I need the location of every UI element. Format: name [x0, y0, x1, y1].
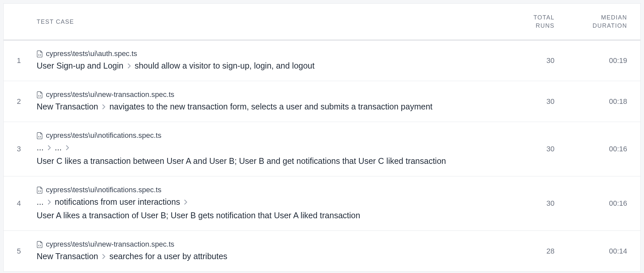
median-duration-value: 00:19	[555, 56, 627, 65]
median-duration-value: 00:16	[555, 199, 627, 208]
file-icon	[37, 132, 43, 139]
file-path-line: cypress\tests\ui\new-transaction.spec.ts	[37, 90, 495, 99]
breadcrumb: ...notifications from user interactions	[37, 196, 495, 208]
row-index: 1	[17, 56, 37, 65]
breadcrumb: ......	[37, 142, 495, 153]
breadcrumb-segment: ...	[55, 142, 62, 153]
file-path-line: cypress\tests\ui\new-transaction.spec.ts	[37, 240, 495, 249]
file-path: cypress\tests\ui\new-transaction.spec.ts	[46, 240, 174, 249]
file-path: cypress\tests\ui\new-transaction.spec.ts	[46, 90, 174, 99]
total-runs-value: 30	[495, 145, 555, 153]
median-duration-value: 00:14	[555, 247, 627, 256]
test-results-table: TEST CASE TOTAL RUNS MEDIAN DURATION 1 c…	[3, 3, 641, 272]
chevron-right-icon	[48, 145, 51, 150]
file-path-line: cypress\tests\ui\notifications.spec.ts	[37, 186, 495, 194]
file-icon	[37, 91, 43, 98]
chevron-right-icon	[48, 199, 51, 205]
chevron-right-icon	[184, 199, 187, 205]
breadcrumb: New Transactionnavigates to the new tran…	[37, 101, 495, 112]
breadcrumb-segment: should allow a visitor to sign-up, login…	[135, 60, 315, 72]
row-index: 2	[17, 97, 37, 106]
chevron-right-icon	[102, 254, 105, 259]
total-runs-value: 30	[495, 199, 555, 208]
row-content: cypress\tests\ui\new-transaction.spec.ts…	[37, 240, 495, 262]
total-runs-value: 28	[495, 247, 555, 256]
row-index: 4	[17, 199, 37, 208]
breadcrumb: User Sign-up and Loginshould allow a vis…	[37, 60, 495, 72]
row-index: 3	[17, 145, 37, 153]
file-path: cypress\tests\ui\auth.spec.ts	[46, 49, 137, 58]
breadcrumb: New Transactionsearches for a user by at…	[37, 251, 495, 262]
header-median-duration[interactable]: MEDIAN DURATION	[555, 14, 627, 30]
breadcrumb-segment: User Sign-up and Login	[37, 60, 124, 72]
breadcrumb-segment: New Transaction	[37, 101, 98, 112]
file-icon	[37, 50, 43, 57]
table-header-row: TEST CASE TOTAL RUNS MEDIAN DURATION	[4, 4, 640, 40]
breadcrumb-segment: navigates to the new transaction form, s…	[109, 101, 432, 112]
row-index: 5	[17, 247, 37, 256]
header-total-runs[interactable]: TOTAL RUNS	[495, 14, 555, 30]
row-content: cypress\tests\ui\notifications.spec.ts .…	[37, 131, 495, 167]
row-content: cypress\tests\ui\new-transaction.spec.ts…	[37, 90, 495, 112]
row-content: cypress\tests\ui\auth.spec.ts User Sign-…	[37, 49, 495, 72]
chevron-right-icon	[102, 104, 105, 109]
breadcrumb-segment: ...	[37, 196, 44, 208]
chevron-right-icon	[127, 63, 131, 69]
table-row[interactable]: 5 cypress\tests\ui\new-transaction.spec.…	[4, 231, 640, 271]
breadcrumb-segment: notifications from user interactions	[55, 196, 180, 208]
file-icon	[37, 186, 43, 194]
file-path-line: cypress\tests\ui\auth.spec.ts	[37, 49, 495, 58]
table-row[interactable]: 3 cypress\tests\ui\notifications.spec.ts…	[4, 122, 640, 176]
table-row[interactable]: 1 cypress\tests\ui\auth.spec.ts User Sig…	[4, 40, 640, 81]
file-path: cypress\tests\ui\notifications.spec.ts	[46, 186, 161, 194]
file-path: cypress\tests\ui\notifications.spec.ts	[46, 131, 161, 140]
breadcrumb-segment: ...	[37, 142, 44, 153]
file-icon	[37, 241, 43, 248]
chevron-right-icon	[66, 145, 69, 150]
row-content: cypress\tests\ui\notifications.spec.ts .…	[37, 186, 495, 221]
total-runs-value: 30	[495, 56, 555, 65]
median-duration-value: 00:18	[555, 97, 627, 106]
breadcrumb-segment: searches for a user by attributes	[109, 251, 227, 262]
breadcrumb-segment: New Transaction	[37, 251, 98, 262]
test-description: User C likes a transaction between User …	[37, 155, 495, 167]
test-description: User A likes a transaction of User B; Us…	[37, 210, 495, 221]
total-runs-value: 30	[495, 97, 555, 106]
file-path-line: cypress\tests\ui\notifications.spec.ts	[37, 131, 495, 140]
table-row[interactable]: 4 cypress\tests\ui\notifications.spec.ts…	[4, 176, 640, 231]
median-duration-value: 00:16	[555, 145, 627, 153]
header-test-case[interactable]: TEST CASE	[37, 18, 495, 25]
table-row[interactable]: 2 cypress\tests\ui\new-transaction.spec.…	[4, 81, 640, 122]
